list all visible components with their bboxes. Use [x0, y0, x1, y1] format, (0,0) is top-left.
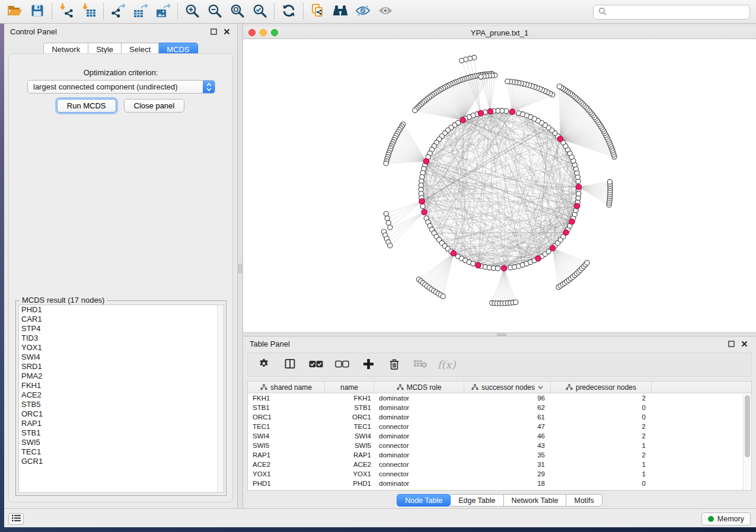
minimize-window-button[interactable] — [260, 29, 267, 36]
list-item[interactable]: FKH1 — [19, 381, 224, 390]
plus-icon — [363, 358, 374, 371]
close-panel-icon[interactable] — [222, 27, 231, 36]
status-bar: Memory — [4, 508, 756, 527]
network-graph[interactable] — [243, 39, 756, 332]
run-mcds-button[interactable]: Run MCDS — [57, 99, 116, 113]
splitter-grip[interactable] — [497, 334, 506, 336]
first-neighbors-button[interactable] — [329, 2, 352, 21]
eye-icon — [377, 4, 394, 20]
float-panel-icon[interactable] — [209, 27, 218, 36]
list-item[interactable]: GCR1 — [19, 457, 224, 466]
scrollbar-thumb[interactable] — [745, 395, 750, 457]
export-image-icon — [155, 3, 171, 20]
search-field[interactable] — [593, 5, 750, 20]
hide-selected-button[interactable] — [352, 2, 374, 21]
table-row[interactable]: PHD1PHD1dominator180 — [248, 479, 751, 488]
save-floppy-icon — [30, 4, 44, 20]
list-item[interactable]: ORC1 — [19, 409, 224, 419]
export-table-button[interactable] — [129, 2, 152, 21]
zoom-in-icon — [184, 3, 200, 20]
delete-column-button[interactable] — [385, 356, 403, 374]
list-item[interactable]: SRD1 — [19, 362, 224, 371]
zoom-out-icon — [207, 3, 222, 20]
table-row[interactable]: TEC1TEC1connector472 — [248, 422, 751, 431]
table-row[interactable]: STB1STB1dominator620 — [248, 403, 751, 412]
close-window-button[interactable] — [248, 29, 256, 36]
search-input[interactable] — [610, 8, 745, 17]
list-item[interactable]: PHD1 — [19, 305, 224, 315]
list-item[interactable]: SWI4 — [19, 352, 224, 362]
column-header-mcds-role[interactable]: MCDS role — [374, 382, 464, 393]
binoculars-icon — [332, 4, 349, 20]
vertical-splitter[interactable] — [237, 24, 243, 508]
table-row[interactable]: SWI5SWI5connector431 — [248, 441, 751, 450]
import-network-button[interactable] — [55, 2, 78, 21]
table-settings-button[interactable] — [255, 356, 273, 374]
column-header-shared-name[interactable]: shared name — [248, 382, 325, 393]
list-item[interactable]: STB1 — [19, 428, 224, 438]
column-header-successor-nodes[interactable]: successor nodes — [464, 382, 551, 393]
table-row[interactable]: ORC1ORC1dominator610 — [248, 412, 751, 422]
refresh-view-button[interactable] — [277, 2, 300, 21]
list-item[interactable]: RAP1 — [19, 419, 224, 428]
close-panel-icon[interactable] — [739, 339, 749, 349]
table-row[interactable]: FKH1FKH1dominator962 — [248, 393, 751, 403]
deselect-all-button[interactable] — [333, 356, 351, 374]
list-item[interactable]: STP4 — [19, 324, 224, 334]
list-item[interactable]: YOX1 — [19, 343, 224, 352]
network-window-titlebar[interactable]: YPA_prune.txt_1 — [243, 27, 756, 39]
show-all-button[interactable] — [374, 2, 397, 21]
checked-boxes-icon — [309, 360, 323, 370]
table-row[interactable]: RAP1RAP1dominator352 — [248, 450, 751, 460]
horizontal-splitter[interactable] — [243, 332, 756, 336]
list-icon — [12, 514, 21, 524]
table-row[interactable]: ACE2ACE2connector311 — [248, 460, 751, 469]
network-canvas[interactable] — [243, 39, 756, 332]
splitter-grip[interactable] — [238, 264, 242, 273]
memory-status-dot — [708, 516, 714, 522]
column-header-predecessor-nodes[interactable]: predecessor nodes — [551, 382, 652, 393]
import-table-button[interactable] — [78, 2, 100, 21]
tab-network-table[interactable]: Network Table — [504, 494, 567, 507]
list-scrollbar[interactable] — [217, 305, 224, 492]
export-network-button[interactable] — [107, 2, 129, 21]
float-panel-icon[interactable] — [726, 339, 736, 349]
list-item[interactable]: PMA2 — [19, 371, 224, 381]
list-item[interactable]: TID3 — [19, 334, 224, 343]
zoom-selected-button[interactable] — [248, 2, 271, 21]
list-item[interactable]: SWI5 — [19, 438, 224, 447]
duplicate-network-button[interactable] — [307, 2, 329, 21]
optimization-criterion-label: Optimization criterion: — [9, 68, 232, 77]
close-panel-button[interactable]: Close panel — [124, 99, 185, 113]
zoom-out-button[interactable] — [203, 2, 226, 21]
list-item[interactable]: TEC1 — [19, 447, 224, 457]
show-columns-button[interactable] — [281, 356, 299, 374]
sort-chevron-icon — [538, 386, 543, 389]
task-history-button[interactable] — [8, 513, 24, 525]
zoom-fit-button[interactable] — [226, 2, 248, 21]
select-all-button[interactable] — [307, 356, 325, 374]
table-row[interactable]: SWI4SWI4dominator462 — [248, 431, 751, 441]
search-icon — [598, 7, 607, 17]
export-image-button[interactable] — [152, 2, 174, 21]
open-folder-icon — [7, 4, 23, 20]
tab-edge-table[interactable]: Edge Table — [451, 494, 503, 507]
zoom-in-button[interactable] — [181, 2, 203, 21]
list-item[interactable]: ACE2 — [19, 390, 224, 400]
maximize-window-button[interactable] — [271, 29, 278, 36]
tab-node-table[interactable]: Node Table — [397, 494, 451, 507]
list-item[interactable]: CAR1 — [19, 315, 224, 324]
column-header-name[interactable]: name — [325, 382, 374, 393]
optimization-criterion-dropdown[interactable]: largest connected component (undirected) — [27, 80, 215, 94]
table-panel: Table Panel f(x) shared name name — [243, 336, 756, 508]
open-file-button[interactable] — [4, 2, 26, 21]
memory-button[interactable]: Memory — [701, 512, 751, 525]
gear-icon — [258, 358, 270, 371]
save-session-button[interactable] — [26, 2, 49, 21]
tab-motifs[interactable]: Motifs — [566, 494, 602, 507]
add-column-button[interactable] — [359, 356, 377, 374]
table-delete-icon — [413, 359, 428, 370]
list-item[interactable]: STB5 — [19, 400, 224, 409]
table-scrollbar[interactable] — [743, 394, 751, 490]
table-row[interactable]: YOX1YOX1connector291 — [248, 469, 751, 479]
